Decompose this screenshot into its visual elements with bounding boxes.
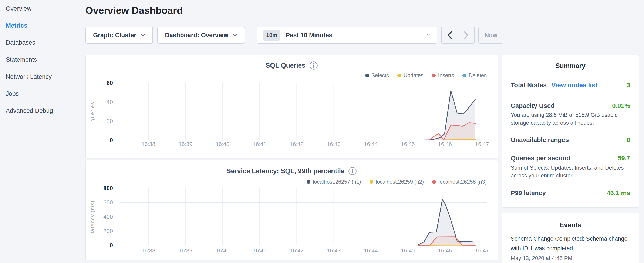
svg-text:16:42: 16:42 bbox=[290, 141, 304, 147]
summary-panel: Summary Total Nodes View nodes list 3 Ca… bbox=[502, 55, 639, 208]
svg-text:600: 600 bbox=[103, 199, 113, 206]
svg-text:800: 800 bbox=[103, 185, 113, 191]
time-range-selector[interactable]: 10m Past 10 Minutes bbox=[257, 27, 437, 44]
next-time-button[interactable] bbox=[458, 27, 474, 43]
sidebar-item-network-latency[interactable]: Network Latency bbox=[6, 72, 52, 81]
prev-time-button[interactable] bbox=[442, 27, 458, 43]
svg-text:16:46: 16:46 bbox=[438, 141, 452, 147]
p99-latency-label: P99 latency bbox=[511, 189, 546, 197]
svg-text:16:43: 16:43 bbox=[327, 141, 340, 147]
summary-title: Summary bbox=[502, 62, 639, 70]
qps-label: Queries per second bbox=[511, 154, 570, 162]
summary-row-qps: Queries per second 59.7 bbox=[511, 154, 630, 162]
summary-row-unavailable-ranges: Unavailable ranges 0 bbox=[511, 136, 630, 143]
summary-row-p99: P99 latency 46.1 ms bbox=[511, 189, 630, 197]
time-range-label: Past 10 Minutes bbox=[286, 32, 426, 39]
time-range-badge: 10m bbox=[263, 30, 280, 41]
unavailable-ranges-label: Unavailable ranges bbox=[511, 136, 569, 143]
sidebar-item-jobs[interactable]: Jobs bbox=[6, 89, 19, 98]
chevron-down-icon bbox=[141, 34, 145, 37]
chevron-down-icon bbox=[233, 34, 237, 37]
page-title: Overview Dashboard bbox=[86, 5, 183, 16]
now-button-label: Now bbox=[484, 32, 497, 39]
service-latency-chart-card: Service Latency: SQL, 99th percentileloc… bbox=[86, 160, 498, 260]
svg-text:16:41: 16:41 bbox=[252, 141, 266, 147]
sidebar: OverviewMetricsDatabasesStatementsNetwor… bbox=[0, 0, 85, 263]
sidebar-item-databases[interactable]: Databases bbox=[6, 38, 35, 47]
chart-plot: 16:3816:3916:4016:4116:4216:4316:4416:45… bbox=[86, 160, 498, 260]
unavailable-ranges-value: 0 bbox=[626, 136, 630, 143]
chevron-down-icon bbox=[426, 34, 431, 37]
dashboard-dropdown[interactable]: Dashboard: Overview bbox=[157, 27, 245, 44]
capacity-used-value: 0.01% bbox=[612, 102, 630, 109]
svg-text:16:39: 16:39 bbox=[178, 141, 192, 147]
events-title: Events bbox=[502, 221, 639, 229]
svg-text:16:40: 16:40 bbox=[216, 141, 230, 147]
sql-queries-chart-card: SQL QueriesSelectsUpdatesInsertsDeletesq… bbox=[86, 55, 498, 158]
summary-row-total-nodes: Total Nodes View nodes list 3 bbox=[511, 82, 630, 89]
sidebar-item-statements[interactable]: Statements bbox=[6, 55, 37, 64]
svg-text:16:47: 16:47 bbox=[475, 247, 489, 254]
svg-text:16:39: 16:39 bbox=[178, 247, 192, 254]
qps-description: Sum of Selects, Updates, Inserts, and De… bbox=[511, 164, 633, 180]
svg-text:16:46: 16:46 bbox=[438, 247, 452, 254]
divider bbox=[511, 150, 630, 150]
svg-text:200: 200 bbox=[103, 228, 113, 234]
total-nodes-label: Total Nodes bbox=[511, 82, 546, 89]
svg-text:60: 60 bbox=[106, 80, 113, 86]
svg-text:16:42: 16:42 bbox=[290, 247, 304, 254]
svg-text:16:44: 16:44 bbox=[364, 141, 378, 147]
svg-text:16:38: 16:38 bbox=[142, 141, 155, 147]
svg-text:16:44: 16:44 bbox=[364, 247, 378, 254]
divider bbox=[511, 98, 630, 98]
svg-text:16:45: 16:45 bbox=[401, 247, 415, 254]
now-button[interactable]: Now bbox=[478, 27, 504, 44]
event-item-timestamp: May 13, 2020 at 4:45 PM bbox=[511, 255, 572, 261]
controls-divider bbox=[247, 26, 247, 44]
svg-text:0: 0 bbox=[110, 137, 113, 143]
p99-latency-value: 46.1 ms bbox=[607, 189, 630, 197]
divider bbox=[511, 133, 630, 133]
graph-dropdown-label: Graph: Cluster bbox=[93, 32, 136, 39]
divider bbox=[511, 185, 630, 185]
view-nodes-list-link[interactable]: View nodes list bbox=[551, 82, 597, 89]
svg-text:16:40: 16:40 bbox=[216, 247, 230, 254]
svg-text:16:43: 16:43 bbox=[327, 247, 340, 254]
chevron-right-icon bbox=[464, 31, 469, 40]
svg-text:16:38: 16:38 bbox=[142, 247, 155, 254]
sidebar-item-overview[interactable]: Overview bbox=[6, 4, 32, 13]
svg-text:16:41: 16:41 bbox=[252, 247, 266, 254]
svg-text:40: 40 bbox=[106, 99, 113, 105]
svg-text:20: 20 bbox=[106, 118, 113, 124]
summary-row-capacity: Capacity Used 0.01% bbox=[511, 102, 630, 109]
sidebar-item-advanced-debug[interactable]: Advanced Debug bbox=[6, 106, 53, 115]
total-nodes-value: 3 bbox=[626, 82, 630, 89]
svg-text:0: 0 bbox=[110, 242, 113, 248]
qps-value: 59.7 bbox=[618, 154, 630, 162]
chevron-left-icon bbox=[447, 31, 452, 40]
time-step-buttons bbox=[441, 27, 475, 44]
events-panel: Events Schema Change Completed: Schema c… bbox=[502, 212, 639, 263]
event-item-text[interactable]: Schema Change Completed: Schema change w… bbox=[511, 234, 634, 253]
capacity-used-label: Capacity Used bbox=[511, 102, 555, 109]
sidebar-item-metrics[interactable]: Metrics bbox=[6, 21, 28, 30]
capacity-used-description: You are using 28.6 MiB of 515.9 GiB usab… bbox=[511, 111, 633, 127]
graph-dropdown[interactable]: Graph: Cluster bbox=[86, 27, 153, 44]
chart-plot: 16:3816:3916:4016:4116:4216:4316:4416:45… bbox=[86, 55, 498, 158]
svg-text:16:47: 16:47 bbox=[475, 141, 489, 147]
dashboard-dropdown-label: Dashboard: Overview bbox=[165, 32, 228, 39]
app-root: OverviewMetricsDatabasesStatementsNetwor… bbox=[0, 0, 644, 263]
svg-text:16:45: 16:45 bbox=[401, 141, 415, 147]
svg-text:400: 400 bbox=[103, 214, 113, 220]
